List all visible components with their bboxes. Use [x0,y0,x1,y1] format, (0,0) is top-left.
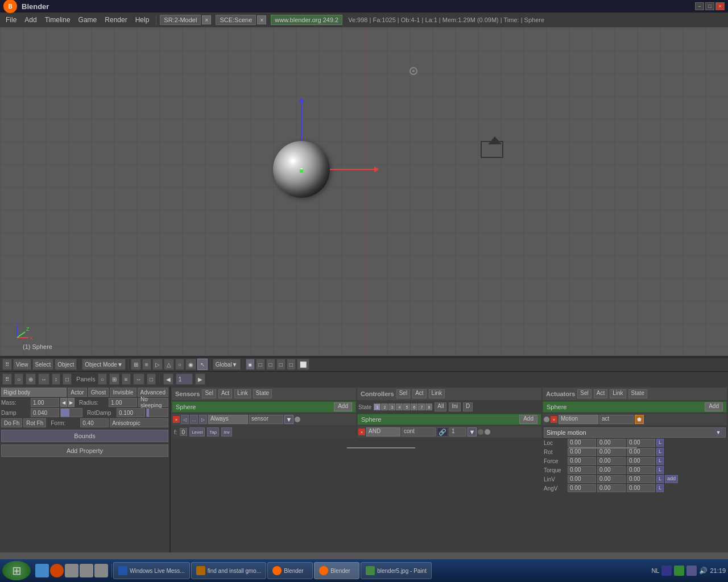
linv-x[interactable]: 0.00 [568,475,596,483]
taskbar-item-gmo[interactable]: find and install gmo... [191,562,267,579]
loc-x[interactable]: 0.00 [568,439,596,447]
tap-btn[interactable]: Tap [207,427,219,436]
ctrl-close-btn[interactable]: × [358,429,365,435]
camera-object[interactable] [478,135,506,164]
actuators-add-btn[interactable]: Add [705,402,723,411]
menu-file[interactable]: File [2,15,20,25]
actuator-state-btn[interactable]: ⬟ [635,415,644,424]
panels-btn-5[interactable]: □ [63,373,72,385]
advanced-btn[interactable]: Advanced [138,388,168,397]
panels-view-4[interactable]: ↔ [133,373,144,385]
state-bit-2[interactable]: 2 [381,404,388,410]
form-value[interactable]: 0.40 [80,418,109,427]
panels-grip[interactable]: ⠿ [2,373,12,385]
tray-icon-2[interactable] [674,566,684,576]
panels-view-1[interactable]: ○ [98,373,107,385]
inv-btn[interactable]: Inv [221,427,232,436]
panels-btn-3[interactable]: ↔ [38,373,49,385]
sleeping-value[interactable]: No sleeping [138,398,168,407]
global-select[interactable]: Global ▼ [213,359,241,370]
scene-btn-1[interactable]: SR:2-Model [160,15,201,25]
view-btn-5[interactable]: ○ [175,359,184,370]
actuators-state-btn[interactable]: State [628,389,647,398]
ctrl-link-btn[interactable]: 🔗 [437,427,448,436]
taskbar-item-paint[interactable]: blender5.jpg - Paint [361,562,432,579]
rotfh-btn[interactable]: Rot Fh [23,418,46,427]
sensor-name-field[interactable]: sensor [249,415,283,424]
simple-motion-expand[interactable]: ▼ [714,429,723,436]
torque-y[interactable]: 0.00 [597,466,626,474]
view-btn-2[interactable]: ≡ [142,359,151,370]
controllers-act-btn[interactable]: Act [412,389,426,398]
sensors-state-btn[interactable]: State [253,389,272,398]
torque-l-btn[interactable]: L [656,466,664,474]
loc-z[interactable]: 0.00 [627,439,655,447]
actor-btn[interactable]: Actor [68,388,86,397]
mass-dec[interactable]: ◀ [60,398,67,407]
dofh-btn[interactable]: Do Fh [1,418,22,427]
object-menu[interactable]: Object [55,359,77,370]
sensors-act-btn[interactable]: Act [218,389,232,398]
actuators-sel-btn[interactable]: Sel [577,389,591,398]
layer-btn-1[interactable]: ■ [246,359,255,370]
bounds-btn[interactable]: Bounds [1,430,168,442]
actuators-act-btn[interactable]: Act [594,389,607,398]
panels-view-5[interactable]: □ [147,373,156,385]
sensor-close-btn[interactable]: × [173,416,180,423]
start-button[interactable]: ⊞ [2,561,31,580]
ctrl-connect-left[interactable] [478,429,483,435]
ctrl-ini-btn[interactable]: Ini [449,402,461,411]
icon-5[interactable] [94,564,108,577]
controllers-add-btn[interactable]: Add [519,415,537,424]
taskbar-item-blender1[interactable]: Blender [267,562,313,579]
layer-btn-2[interactable]: □ [256,359,265,370]
linv-z[interactable]: 0.00 [627,475,655,483]
menu-help[interactable]: Help [132,15,153,25]
state-bit-4[interactable]: 4 [396,404,403,410]
loc-l-btn[interactable]: L [656,439,664,447]
ctrl-num-field[interactable]: 1 [449,427,466,436]
rot-x[interactable]: 0.00 [568,448,596,456]
menu-timeline[interactable]: Timeline [42,15,74,25]
state-bit-6[interactable]: 6 [411,404,417,410]
menu-render[interactable]: Render [101,15,130,25]
force-z[interactable]: 0.00 [627,457,655,465]
force-l-btn[interactable]: L [656,457,664,465]
ie-icon[interactable] [35,564,49,577]
panels-btn-4[interactable]: ↕ [52,373,60,385]
linv-y[interactable]: 0.00 [597,475,626,483]
angv-y[interactable]: 0.00 [597,484,626,492]
actuator-type-dropdown[interactable]: Motion [559,415,598,424]
panels-view-3[interactable]: ≡ [122,373,131,385]
menu-add[interactable]: Add [21,15,40,25]
level-btn[interactable]: Level [189,427,205,436]
controllers-link-btn[interactable]: Link [429,389,445,398]
aniso-value[interactable]: Anisotropic [110,418,168,427]
panels-btn-1[interactable]: ○ [14,373,23,385]
state-bit-5[interactable]: 5 [403,404,410,410]
panels-btn-2[interactable]: ⊕ [26,373,36,385]
physics-type-dropdown[interactable]: Rigid body [1,388,67,397]
actuator-name-field[interactable]: act [599,415,634,424]
scene-btn-2[interactable]: SCE:Scene [216,15,256,25]
rotdamp-slider[interactable] [146,408,168,417]
linv-l-btn[interactable]: L [656,475,664,483]
controllers-sel-btn[interactable]: Sel [396,389,410,398]
actuators-link-btn[interactable]: Link [610,389,626,398]
rot-y[interactable]: 0.00 [597,448,626,456]
rotdamp-value[interactable]: 0.100 [117,408,145,417]
damp-slider[interactable] [60,408,82,417]
mass-value[interactable]: 1.00 [31,398,59,407]
menu-game[interactable]: Game [75,15,101,25]
firefox-icon[interactable] [50,564,64,577]
sensors-sel-btn[interactable]: Sel [202,389,216,398]
invisible-btn[interactable]: Invisible [110,388,136,397]
sensor-expand-btn[interactable]: ▼ [284,415,293,424]
damp-value[interactable]: 0.040 [31,408,59,417]
state-bit-3[interactable]: 3 [388,404,395,410]
scene-close-1[interactable]: × [202,15,211,24]
select-menu[interactable]: Select [32,359,54,370]
linv-add-btn[interactable]: add [665,475,678,483]
tray-icon-1[interactable] [661,566,672,576]
sphere-object[interactable] [273,141,330,198]
